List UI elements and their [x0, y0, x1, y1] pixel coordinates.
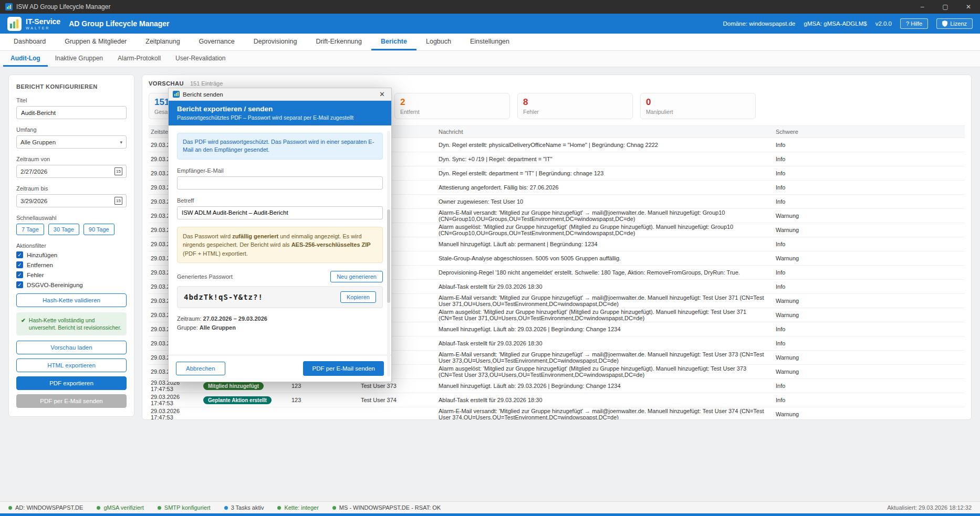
- dialog-scrollbar[interactable]: [387, 131, 390, 376]
- scrollbar-thumb[interactable]: [387, 209, 390, 303]
- quick-range-button[interactable]: 7 Tage: [16, 224, 44, 235]
- status-dot-icon: [332, 506, 336, 510]
- checkbox-checked-icon[interactable]: ✓: [16, 271, 23, 278]
- send-pdf-email-button[interactable]: PDF per E-Mail senden: [16, 394, 127, 408]
- status-dot-icon: [97, 506, 100, 510]
- table-row[interactable]: 29.03.2026 17:47:53 Geplante Aktion erst…: [149, 393, 965, 407]
- gmsa-label: gMSA: gMSA-ADGLM$: [804, 20, 867, 27]
- quick-range-button[interactable]: 30 Tage: [48, 224, 79, 235]
- checkbox-checked-icon[interactable]: ✓: [16, 261, 23, 268]
- app-header: IT-Service WALTER AD Group Lifecycle Man…: [0, 14, 980, 34]
- status-dot-icon: [224, 506, 228, 510]
- stat-card: 0 Manipuliert: [640, 93, 756, 119]
- nav-tab[interactable]: Logbuch: [416, 34, 461, 50]
- cell-group: 123: [291, 383, 361, 389]
- subnav-tab-label: User-Revalidation: [175, 55, 225, 62]
- calendar-icon[interactable]: 15: [114, 167, 122, 175]
- nav-tab[interactable]: Deprovisioning: [244, 34, 307, 50]
- umfang-value: Alle Gruppen: [20, 139, 56, 145]
- app-icon: [5, 3, 13, 10]
- cell-message: Ablauf-Task erstellt für 29.03.2026 18:3…: [439, 397, 776, 404]
- cell-severity: Info: [776, 156, 965, 162]
- action-filter-list: ✓ Hinzufügen ✓ Entfernen ✓ Fehler ✓ DSGV…: [16, 251, 127, 288]
- status-item-label: 3 Tasks aktiv: [231, 504, 264, 511]
- check-icon: ✔: [21, 317, 26, 331]
- generated-password-label: Generiertes Passwort: [177, 273, 233, 280]
- close-icon[interactable]: ✕: [957, 0, 980, 14]
- zeitraum-bis-input[interactable]: 3/29/2026 15: [16, 194, 127, 207]
- checkbox-checked-icon[interactable]: ✓: [16, 251, 23, 258]
- dialog-app-icon: [173, 91, 180, 98]
- subnav-tab[interactable]: Alarm-Protokoll: [110, 51, 168, 67]
- zeitraum-von-input[interactable]: 2/27/2026 15: [16, 165, 127, 178]
- filter-label: Fehler: [27, 272, 44, 278]
- maximize-icon[interactable]: ▢: [934, 0, 957, 14]
- status-item: MS - WINDOWSPAPST.DE - RSAT: OK: [332, 504, 441, 511]
- zeitraum-bis-label: Zeitraum bis: [16, 185, 127, 192]
- nav-tab[interactable]: Dashboard: [4, 34, 55, 50]
- validate-hash-chain-button[interactable]: Hash-Kette validieren: [16, 293, 127, 307]
- nav-tab[interactable]: Einstellungen: [461, 34, 519, 50]
- minimize-icon[interactable]: –: [911, 0, 934, 14]
- export-pdf-button[interactable]: PDF exportieren: [16, 376, 127, 390]
- window-title: ISW AD Group Lifecycle Manager: [16, 3, 110, 10]
- subnav-tab[interactable]: Inaktive Gruppen: [48, 51, 110, 67]
- status-dot-icon: [277, 506, 281, 510]
- content-area: BERICHT KONFIGURIEREN Titel Umfang Alle …: [0, 67, 980, 501]
- subnav-tab-label: Inaktive Gruppen: [55, 55, 103, 62]
- sub-nav: Audit-Log Inaktive Gruppen Alarm-Protoko…: [0, 51, 980, 67]
- cell-severity: Warnung: [776, 213, 965, 219]
- cell-severity: Info: [776, 241, 965, 247]
- stat-value: 8: [523, 97, 627, 108]
- cell-severity: Info: [776, 269, 965, 276]
- nav-tab[interactable]: Zeitplanung: [136, 34, 189, 50]
- nav-tab[interactable]: Gruppen & Mitglieder: [55, 34, 136, 50]
- nav-tab-label: Deprovisioning: [254, 38, 297, 45]
- quick-range-button[interactable]: 90 Tage: [84, 224, 114, 235]
- umfang-select[interactable]: Alle Gruppen ▾: [16, 135, 127, 149]
- status-dot-icon: [8, 506, 12, 510]
- password-warning-box: Das Passwort wird zufällig generiert und…: [177, 227, 383, 264]
- dialog-header-title: Bericht exportieren / senden: [177, 105, 383, 113]
- dialog-close-icon[interactable]: ✕: [377, 90, 387, 98]
- copy-password-button[interactable]: Kopieren: [340, 291, 376, 303]
- subject-input[interactable]: [177, 206, 383, 219]
- help-button[interactable]: ? Hilfe: [900, 18, 928, 29]
- warning-text: (PDF + HTML) exportiert.: [183, 250, 248, 257]
- filter-checkbox-row[interactable]: ✓ Entfernen: [16, 261, 127, 268]
- nav-tab-label: Drift-Erkennung: [316, 38, 362, 45]
- filter-checkbox-row[interactable]: ✓ Fehler: [16, 271, 127, 278]
- export-html-button[interactable]: HTML exportieren: [16, 359, 127, 372]
- cell-severity: Warnung: [776, 312, 965, 318]
- status-item: AD: WINDOWSPAPST.DE: [8, 504, 83, 511]
- cell-severity: Warnung: [776, 411, 965, 417]
- nav-tab-label: Berichte: [381, 38, 407, 45]
- cell-action: Mitglied hinzugefügt: [203, 382, 291, 390]
- subnav-tab[interactable]: Audit-Log: [3, 51, 48, 67]
- filter-checkbox-row[interactable]: ✓ DSGVO-Bereinigung: [16, 281, 127, 288]
- nav-tab[interactable]: Governance: [190, 34, 244, 50]
- cancel-button[interactable]: Abbrechen: [176, 362, 225, 375]
- load-preview-button[interactable]: Vorschau laden: [16, 341, 127, 354]
- regenerate-password-button[interactable]: Neu generieren: [330, 271, 383, 282]
- status-item-label: SMTP konfiguriert: [164, 504, 211, 511]
- cell-severity: Info: [776, 184, 965, 191]
- recipient-email-input[interactable]: [177, 176, 383, 189]
- filter-label: DSGVO-Bereinigung: [27, 282, 83, 288]
- send-pdf-button[interactable]: PDF per E-Mail senden: [303, 361, 384, 376]
- subnav-tab[interactable]: User-Revalidation: [168, 51, 233, 67]
- filter-checkbox-row[interactable]: ✓ Hinzufügen: [16, 251, 127, 258]
- zeitraum-von-value: 2/27/2026: [20, 169, 47, 175]
- dialog-header: Bericht exportieren / senden Passwortges…: [169, 101, 391, 125]
- nav-tab[interactable]: Berichte: [371, 34, 416, 50]
- nav-tab[interactable]: Drift-Erkennung: [306, 34, 371, 50]
- titel-input[interactable]: [16, 106, 127, 119]
- zeitraum-meta-value: 27.02.2026 – 29.03.2026: [203, 315, 267, 322]
- checkbox-checked-icon[interactable]: ✓: [16, 281, 23, 288]
- status-dot-icon: [158, 506, 161, 510]
- table-row[interactable]: 29.03.2026 17:47:53 Alarm-E-Mail versand…: [149, 407, 965, 420]
- cell-timestamp: 29.03.2026 17:47:53: [149, 408, 203, 420]
- calendar-icon[interactable]: 15: [114, 197, 122, 205]
- cell-message: Owner zugewiesen: Test User 10: [439, 198, 776, 205]
- license-button[interactable]: Lizenz: [936, 18, 973, 29]
